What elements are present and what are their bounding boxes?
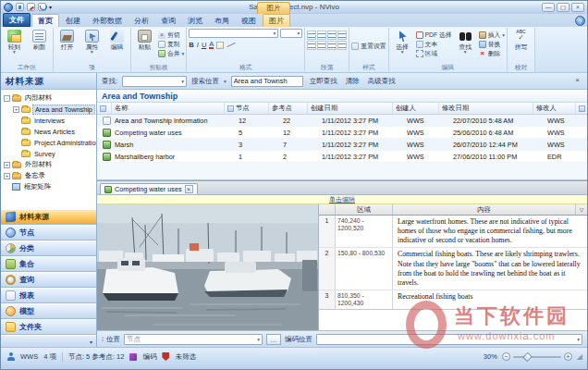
nav-queries[interactable]: 查询 [1,272,96,288]
close-button[interactable]: × [571,3,584,12]
nav-folders[interactable]: 文件夹 [1,319,96,335]
refresh-button[interactable]: 刷新 [28,29,51,50]
highlight-button[interactable] [216,42,224,49]
go-button[interactable]: 转到▾ [3,29,26,54]
region-selection-button[interactable]: 区域 [416,49,452,57]
indent-increase-button[interactable] [337,31,347,40]
nav-overflow-icon[interactable]: ▾ [90,339,92,345]
expand-icon[interactable]: + [4,173,10,179]
undo-icon[interactable] [38,3,46,11]
find-button[interactable]: 查找▾ [454,29,477,54]
nav-reports[interactable]: 报表 [1,288,96,303]
nav-collections[interactable]: 集合 [1,256,96,272]
tab-analyze[interactable]: 分析 [129,15,154,27]
replace-button[interactable]: 替换 [479,40,505,48]
select-button[interactable]: 选择▾ [391,29,414,54]
table-row[interactable]: Marsh 3 7 1/11/2012 3:27 PM WWS 26/07/20… [97,139,587,151]
column-modified-on[interactable]: 修改日期 [439,103,533,114]
nav-classifications[interactable]: 分类 [1,240,96,256]
save-icon[interactable] [16,3,24,11]
zoom-thumb[interactable] [522,352,533,362]
search-input[interactable]: Area and Townsh [231,76,303,87]
log-column-number[interactable] [319,204,336,215]
properties-button[interactable]: 属性▾ [80,29,104,54]
indent-decrease-button[interactable] [327,31,337,40]
log-column-content[interactable]: 内容 [393,204,576,215]
zoom-slider[interactable]: − + [502,352,572,361]
log-row[interactable]: 2 150,80 - 800,530 Commercial fishing bo… [319,248,587,290]
align-right-button[interactable] [327,41,337,50]
column-nodes[interactable]: 节点 [225,103,269,114]
insert-button[interactable]: 插入▾ [479,31,505,39]
clear-button[interactable]: 清除 [344,77,361,86]
tab-external-data[interactable]: 外部数据 [87,15,128,27]
tab-file[interactable]: 文件 [3,13,31,27]
font-size-combo[interactable]: ▾ [280,29,302,38]
tab-query[interactable]: 查询 [155,15,181,27]
splitter-handle[interactable]: ⁞ [102,336,103,342]
tab-picture[interactable]: 图片 [263,14,290,27]
tree-item-survey[interactable]: Survey [1,148,96,159]
expand-icon[interactable]: + [4,162,10,168]
numbered-list-button[interactable] [317,31,326,40]
italic-button[interactable]: I [197,41,199,49]
close-icon[interactable]: × [185,185,193,193]
nav-nodes[interactable]: 节点 [1,225,96,240]
zoom-track[interactable] [513,356,561,358]
line-spacing-button[interactable] [337,41,347,50]
copy-button[interactable]: 复制 [158,40,184,48]
column-chooser-icon[interactable] [576,103,587,114]
column-created-on[interactable]: 创建日期 [308,103,393,114]
cut-button[interactable]: 剪切 [158,31,184,39]
tree-item-internals[interactable]: - 内部材料 [1,92,96,104]
reset-settings-button[interactable]: 重置设置 [351,42,386,51]
edit-pen-icon[interactable] [27,3,35,11]
tree-item-externals[interactable]: + 外部材料 [1,159,96,170]
filter-icon[interactable]: ▽ [576,204,587,215]
collapse-icon[interactable]: - [4,95,10,102]
font-color-button[interactable]: A [209,41,214,49]
tree-item-news-articles[interactable]: News Articles [1,126,96,137]
log-column-region[interactable]: 区域 [336,204,393,215]
zoom-out-icon[interactable]: − [502,352,510,361]
find-now-button[interactable]: 立即查找 [308,77,339,86]
code-in-combo[interactable]: 节点▾ [124,334,263,345]
tree-item-interviews[interactable]: Interviews [1,115,96,126]
column-modified-by[interactable]: 修改人 [533,103,576,114]
table-row[interactable]: Marshallberg harbor 1 2 1/11/2012 3:27 P… [97,151,587,163]
tab-explore[interactable]: 浏览 [182,15,208,27]
tree-item-memos[interactable]: + 备忘录 [1,170,96,181]
app-icon[interactable] [4,3,13,12]
underline-button[interactable]: U [202,41,206,49]
column-name[interactable]: 名称 [112,103,225,114]
qat-dropdown-icon[interactable]: ▾ [49,4,52,10]
log-row[interactable]: 3 810,350 - 1200,430 Recreational fishin… [319,290,587,310]
column-references[interactable]: 参考点 [269,103,308,114]
click-to-edit-link[interactable]: 单击编辑 [329,196,355,203]
log-row[interactable]: 1 740,240 - 1200,520 Large waterfront ho… [319,216,587,248]
nav-sources[interactable]: 材料来源 [1,209,96,225]
tree-item-framework-matrices[interactable]: 框架矩阵 [1,181,96,192]
nav-models[interactable]: 模型 [1,303,96,319]
bold-button[interactable]: B [189,41,193,49]
open-button[interactable]: 打开 [55,29,79,50]
merge-button[interactable]: 合并▾ [158,49,184,57]
tab-create[interactable]: 创建 [60,15,86,27]
delete-button[interactable]: 删除 [479,49,505,57]
harbor-photo[interactable] [97,204,319,330]
minimize-button[interactable]: — [542,3,555,12]
strikethrough-button[interactable] [227,43,236,47]
maximize-button[interactable]: ▢ [557,3,570,12]
align-left-button[interactable] [307,41,316,50]
table-row[interactable]: Competing water uses 5 12 1/11/2012 3:27… [97,127,587,139]
font-family-combo[interactable]: ▾ [189,29,278,38]
resize-grip[interactable]: ◢ [577,352,582,361]
expand-icon[interactable]: + [13,106,19,113]
detail-tab-competing-water-uses[interactable]: Competing water uses × [100,183,198,194]
help-icon[interactable]: ? [575,16,585,26]
chevron-down-icon[interactable]: ▾ [224,80,227,83]
paste-button[interactable]: 粘贴 [133,29,156,50]
tree-item-area-and-township[interactable]: + Area and Township [1,104,96,115]
text-selection-button[interactable]: 文本 [416,40,452,48]
pdf-selection-button[interactable]: PDF 选择 [416,31,452,39]
